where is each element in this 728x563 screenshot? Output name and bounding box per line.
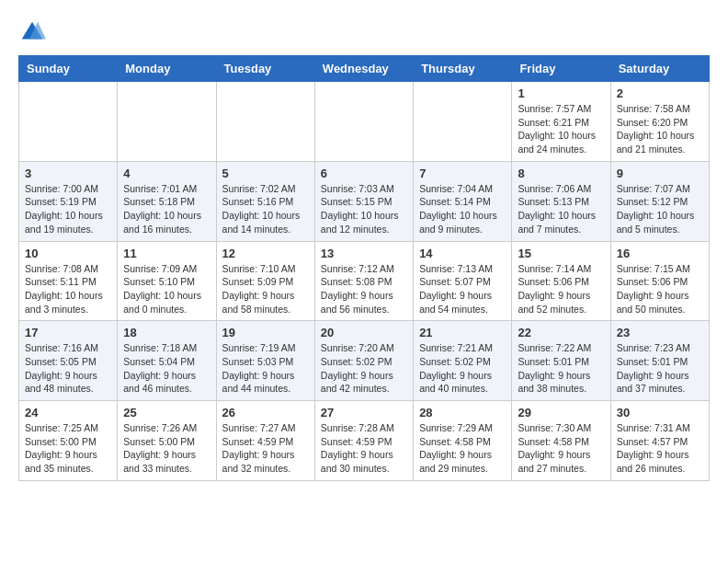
calendar-cell: 3Sunrise: 7:00 AM Sunset: 5:19 PM Daylig… [19,161,118,241]
day-info: Sunrise: 7:07 AM Sunset: 5:12 PM Dayligh… [617,182,703,236]
calendar-cell: 20Sunrise: 7:20 AM Sunset: 5:02 PM Dayli… [314,321,413,401]
day-info: Sunrise: 7:01 AM Sunset: 5:18 PM Dayligh… [123,182,210,236]
calendar-cell: 13Sunrise: 7:12 AM Sunset: 5:08 PM Dayli… [314,241,413,321]
day-number: 21 [419,326,506,339]
calendar-cell [118,82,216,162]
calendar-cell: 26Sunrise: 7:27 AM Sunset: 4:59 PM Dayli… [216,401,314,481]
day-info: Sunrise: 7:13 AM Sunset: 5:07 PM Dayligh… [419,262,506,316]
day-info: Sunrise: 7:22 AM Sunset: 5:01 PM Dayligh… [518,341,604,396]
day-info: Sunrise: 7:29 AM Sunset: 4:58 PM Dayligh… [419,421,506,476]
day-info: Sunrise: 7:18 AM Sunset: 5:04 PM Dayligh… [123,341,210,396]
day-info: Sunrise: 7:10 AM Sunset: 5:09 PM Dayligh… [222,262,309,316]
calendar-body: 1Sunrise: 7:57 AM Sunset: 6:21 PM Daylig… [19,82,710,481]
day-info: Sunrise: 7:23 AM Sunset: 5:01 PM Dayligh… [617,341,703,396]
calendar: SundayMondayTuesdayWednesdayThursdayFrid… [18,55,710,481]
logo [18,18,50,46]
day-number: 22 [518,326,604,339]
day-number: 23 [617,326,703,339]
day-number: 9 [617,167,703,180]
day-number: 24 [25,406,111,419]
calendar-row: 10Sunrise: 7:08 AM Sunset: 5:11 PM Dayli… [19,241,710,321]
calendar-cell: 29Sunrise: 7:30 AM Sunset: 4:58 PM Dayli… [512,401,610,481]
day-number: 14 [419,247,506,260]
day-info: Sunrise: 7:00 AM Sunset: 5:19 PM Dayligh… [25,182,111,236]
day-info: Sunrise: 7:03 AM Sunset: 5:15 PM Dayligh… [321,182,407,236]
calendar-cell: 9Sunrise: 7:07 AM Sunset: 5:12 PM Daylig… [610,161,709,241]
day-number: 3 [25,167,111,180]
day-number: 28 [419,406,506,419]
calendar-cell: 15Sunrise: 7:14 AM Sunset: 5:06 PM Dayli… [512,241,610,321]
calendar-cell: 16Sunrise: 7:15 AM Sunset: 5:06 PM Dayli… [610,241,709,321]
day-number: 4 [123,167,210,180]
calendar-cell: 19Sunrise: 7:19 AM Sunset: 5:03 PM Dayli… [216,321,314,401]
day-number: 6 [321,167,407,180]
calendar-cell: 8Sunrise: 7:06 AM Sunset: 5:13 PM Daylig… [512,161,610,241]
day-number: 30 [617,406,703,419]
day-number: 5 [222,167,309,180]
calendar-cell: 6Sunrise: 7:03 AM Sunset: 5:15 PM Daylig… [314,161,413,241]
day-info: Sunrise: 7:08 AM Sunset: 5:11 PM Dayligh… [25,262,111,316]
calendar-cell [19,82,118,162]
day-number: 12 [222,247,309,260]
day-info: Sunrise: 7:28 AM Sunset: 4:59 PM Dayligh… [321,421,407,476]
calendar-cell: 1Sunrise: 7:57 AM Sunset: 6:21 PM Daylig… [512,82,610,162]
weekday-header: Friday [512,56,610,82]
day-info: Sunrise: 7:19 AM Sunset: 5:03 PM Dayligh… [222,341,309,396]
calendar-cell [216,82,314,162]
day-number: 10 [25,247,111,260]
day-info: Sunrise: 7:57 AM Sunset: 6:21 PM Dayligh… [518,102,604,156]
day-number: 8 [518,167,604,180]
day-number: 29 [518,406,604,419]
weekday-header: Tuesday [216,56,314,82]
day-info: Sunrise: 7:25 AM Sunset: 5:00 PM Dayligh… [25,421,111,476]
calendar-cell: 4Sunrise: 7:01 AM Sunset: 5:18 PM Daylig… [118,161,216,241]
calendar-cell: 14Sunrise: 7:13 AM Sunset: 5:07 PM Dayli… [414,241,512,321]
day-number: 17 [25,326,111,339]
calendar-header: SundayMondayTuesdayWednesdayThursdayFrid… [19,56,710,82]
calendar-cell: 7Sunrise: 7:04 AM Sunset: 5:14 PM Daylig… [414,161,512,241]
calendar-cell: 25Sunrise: 7:26 AM Sunset: 5:00 PM Dayli… [118,401,216,481]
day-info: Sunrise: 7:20 AM Sunset: 5:02 PM Dayligh… [321,341,407,396]
day-number: 25 [123,406,210,419]
day-number: 7 [419,167,506,180]
calendar-cell: 28Sunrise: 7:29 AM Sunset: 4:58 PM Dayli… [414,401,512,481]
calendar-cell [414,82,512,162]
calendar-row: 24Sunrise: 7:25 AM Sunset: 5:00 PM Dayli… [19,401,710,481]
calendar-cell: 2Sunrise: 7:58 AM Sunset: 6:20 PM Daylig… [610,82,709,162]
header [18,18,710,46]
calendar-cell: 10Sunrise: 7:08 AM Sunset: 5:11 PM Dayli… [19,241,118,321]
day-number: 13 [321,247,407,260]
day-number: 26 [222,406,309,419]
day-number: 20 [321,326,407,339]
day-number: 16 [617,247,703,260]
day-number: 1 [518,86,604,100]
day-number: 2 [617,86,703,100]
weekday-header: Wednesday [314,56,413,82]
calendar-cell: 5Sunrise: 7:02 AM Sunset: 5:16 PM Daylig… [216,161,314,241]
day-info: Sunrise: 7:09 AM Sunset: 5:10 PM Dayligh… [123,262,210,316]
day-info: Sunrise: 7:21 AM Sunset: 5:02 PM Dayligh… [419,341,506,396]
day-info: Sunrise: 7:31 AM Sunset: 4:57 PM Dayligh… [617,421,703,476]
day-number: 18 [123,326,210,339]
calendar-cell: 17Sunrise: 7:16 AM Sunset: 5:05 PM Dayli… [19,321,118,401]
weekday-header: Saturday [610,56,709,82]
calendar-cell: 27Sunrise: 7:28 AM Sunset: 4:59 PM Dayli… [314,401,413,481]
weekday-header: Thursday [414,56,512,82]
calendar-row: 1Sunrise: 7:57 AM Sunset: 6:21 PM Daylig… [19,82,710,162]
calendar-cell [314,82,413,162]
weekday-header: Sunday [19,56,118,82]
day-number: 27 [321,406,407,419]
calendar-cell: 22Sunrise: 7:22 AM Sunset: 5:01 PM Dayli… [512,321,610,401]
logo-icon [18,18,46,46]
calendar-cell: 21Sunrise: 7:21 AM Sunset: 5:02 PM Dayli… [414,321,512,401]
day-info: Sunrise: 7:04 AM Sunset: 5:14 PM Dayligh… [419,182,506,236]
day-info: Sunrise: 7:12 AM Sunset: 5:08 PM Dayligh… [321,262,407,316]
day-info: Sunrise: 7:06 AM Sunset: 5:13 PM Dayligh… [518,182,604,236]
calendar-row: 17Sunrise: 7:16 AM Sunset: 5:05 PM Dayli… [19,321,710,401]
day-info: Sunrise: 7:15 AM Sunset: 5:06 PM Dayligh… [617,262,703,316]
day-info: Sunrise: 7:27 AM Sunset: 4:59 PM Dayligh… [222,421,309,476]
calendar-cell: 23Sunrise: 7:23 AM Sunset: 5:01 PM Dayli… [610,321,709,401]
calendar-cell: 12Sunrise: 7:10 AM Sunset: 5:09 PM Dayli… [216,241,314,321]
day-number: 19 [222,326,309,339]
calendar-cell: 18Sunrise: 7:18 AM Sunset: 5:04 PM Dayli… [118,321,216,401]
